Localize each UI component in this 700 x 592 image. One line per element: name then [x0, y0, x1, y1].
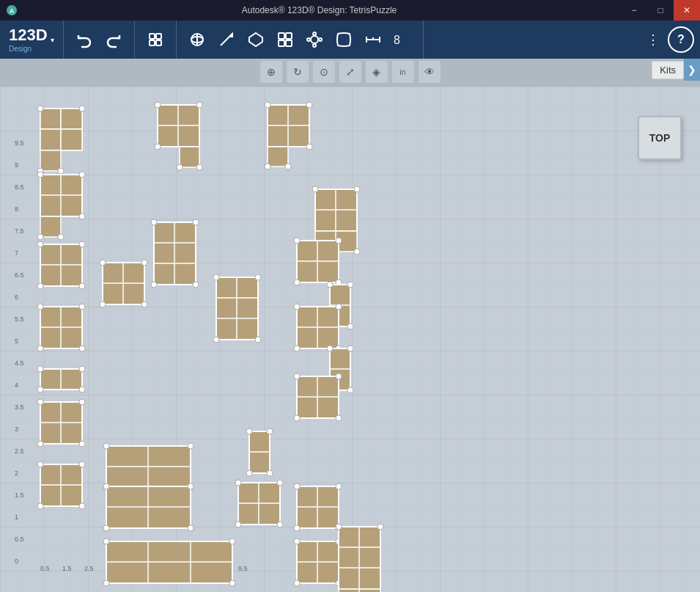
piece-25[interactable] — [294, 538, 342, 586]
center-view-button[interactable]: ⊕ — [260, 61, 282, 83]
more-button[interactable]: ⋮ — [640, 26, 666, 53]
redo-button[interactable] — [100, 26, 127, 53]
svg-rect-10 — [279, 33, 284, 39]
rotate-view-button[interactable]: ↻ — [287, 61, 309, 83]
kits-arrow-button[interactable]: ❯ — [684, 59, 700, 81]
piece-11[interactable] — [294, 304, 342, 351]
select-button[interactable] — [142, 26, 169, 53]
svg-point-148 — [347, 346, 353, 351]
restore-button[interactable]: □ — [647, 0, 674, 21]
piece-16[interactable] — [37, 366, 85, 392]
sketch-button[interactable] — [213, 26, 240, 53]
svg-point-137 — [347, 324, 353, 329]
svg-point-108 — [37, 234, 43, 240]
svg-point-71 — [196, 102, 202, 108]
svg-point-82 — [265, 164, 270, 169]
piece-20[interactable] — [37, 461, 85, 509]
svg-point-143 — [294, 346, 300, 351]
units-button[interactable]: in — [392, 61, 414, 83]
svg-point-92 — [354, 249, 360, 255]
svg-point-141 — [294, 304, 300, 310]
svg-text:A: A — [10, 7, 15, 15]
svg-rect-5 — [156, 40, 161, 45]
svg-point-182 — [79, 399, 85, 405]
piece-13[interactable] — [294, 373, 342, 421]
svg-point-134 — [327, 282, 333, 288]
kits-panel: Kits ❯ — [652, 59, 700, 81]
svg-point-63 — [79, 106, 85, 112]
svg-point-168 — [37, 304, 43, 310]
piece-5[interactable] — [151, 219, 199, 288]
piece-24[interactable] — [103, 538, 235, 586]
svg-point-109 — [58, 234, 64, 240]
piece-18[interactable] — [103, 443, 194, 491]
svg-point-189 — [188, 443, 194, 449]
svg-point-18 — [319, 38, 322, 41]
svg-point-217 — [235, 522, 241, 527]
3d-view-button[interactable] — [184, 26, 210, 53]
piece-22[interactable] — [235, 480, 283, 527]
svg-point-98 — [193, 219, 199, 225]
piece-15[interactable] — [37, 304, 85, 351]
logo-chevron-icon[interactable]: ▾ — [51, 36, 54, 44]
svg-point-157 — [336, 415, 342, 421]
canvas-area[interactable]: 0.5 1.5 2.5 3.5 4.5 5.5 6.5 7.5 8.5 9.5 … — [0, 87, 700, 592]
piece-2[interactable] — [155, 102, 202, 170]
svg-point-89 — [312, 186, 318, 192]
svg-point-211 — [188, 525, 194, 531]
tetris-pieces-svg — [0, 87, 700, 592]
piece-1[interactable] — [37, 106, 85, 174]
kits-button[interactable]: Kits — [652, 61, 684, 79]
snap-button[interactable] — [331, 26, 357, 53]
shape-group: 8 — [177, 21, 424, 59]
zoom-button[interactable]: ⊙ — [313, 61, 335, 83]
svg-point-107 — [79, 213, 85, 219]
close-button[interactable]: ✕ — [674, 0, 700, 21]
piece-9[interactable] — [294, 238, 342, 285]
svg-point-215 — [235, 480, 241, 486]
material-button[interactable]: 8 — [389, 26, 416, 53]
svg-point-218 — [277, 522, 283, 527]
piece-6[interactable] — [37, 172, 85, 240]
svg-point-230 — [103, 538, 109, 544]
svg-point-203 — [37, 503, 43, 509]
piece-19[interactable] — [246, 428, 273, 476]
window-title: Autodesk® 123D® Design: TetrisPuzzle — [18, 5, 621, 15]
construct-button[interactable] — [243, 26, 269, 53]
svg-point-188 — [103, 443, 109, 449]
svg-point-135 — [347, 282, 353, 288]
svg-point-129 — [336, 238, 342, 244]
undo-button[interactable] — [71, 26, 97, 53]
measure-button[interactable] — [360, 26, 386, 53]
svg-rect-12 — [279, 40, 284, 46]
piece-21[interactable] — [103, 483, 194, 531]
help-button[interactable]: ? — [668, 26, 694, 53]
piece-7[interactable] — [100, 260, 147, 307]
piece-17[interactable] — [37, 399, 85, 447]
svg-point-105 — [37, 172, 43, 178]
piece-23[interactable] — [294, 483, 342, 531]
fit-button[interactable]: ⤢ — [339, 61, 361, 83]
visibility-button[interactable]: 👁 — [419, 61, 441, 83]
piece-8[interactable] — [213, 274, 261, 343]
piece-14[interactable] — [37, 241, 85, 289]
svg-point-196 — [246, 470, 252, 476]
svg-point-17 — [307, 38, 310, 41]
secondary-toolbar: ⊕ ↻ ⊙ ⤢ ◈ in 👁 — [0, 59, 700, 85]
logo-area: 123D Design ▾ — [0, 21, 64, 59]
svg-point-121 — [213, 274, 219, 280]
svg-point-156 — [294, 415, 300, 421]
minimize-button[interactable]: − — [621, 0, 647, 21]
slice-button[interactable]: ◈ — [366, 61, 388, 83]
svg-point-181 — [37, 399, 43, 405]
svg-point-16 — [313, 44, 316, 47]
svg-rect-13 — [286, 40, 292, 46]
piece-3[interactable] — [265, 102, 312, 169]
top-view-button[interactable]: TOP — [638, 116, 682, 160]
svg-rect-69 — [180, 147, 199, 167]
svg-point-15 — [313, 32, 316, 35]
modify-button[interactable] — [272, 26, 298, 53]
piece-26[interactable] — [336, 524, 383, 592]
pattern-button[interactable] — [301, 26, 328, 53]
svg-point-210 — [103, 525, 109, 531]
